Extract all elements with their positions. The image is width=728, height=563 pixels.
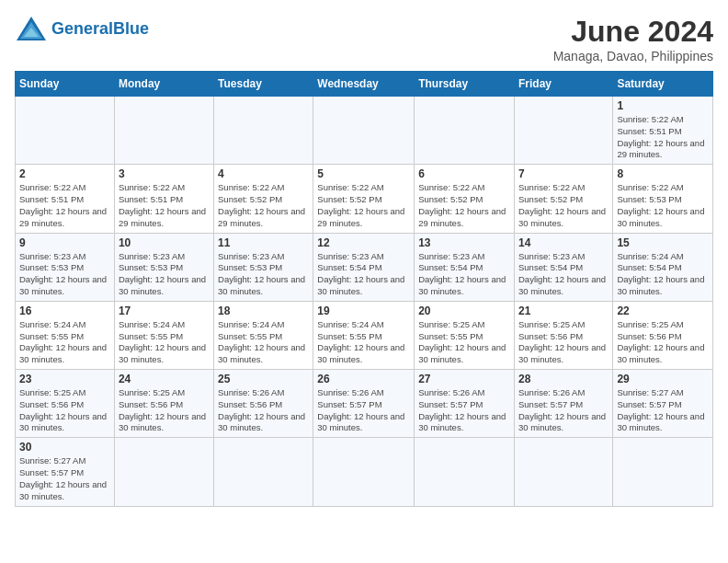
day-number: 18: [218, 304, 309, 317]
day-info: Sunrise: 5:26 AM Sunset: 5:57 PM Dayligh…: [317, 387, 410, 434]
day-number: 30: [19, 441, 110, 454]
day-number: 15: [617, 236, 709, 249]
calendar-cell: 26Sunrise: 5:26 AM Sunset: 5:57 PM Dayli…: [313, 370, 415, 438]
day-info: Sunrise: 5:22 AM Sunset: 5:52 PM Dayligh…: [317, 182, 410, 229]
day-number: 28: [518, 373, 609, 385]
location: Managa, Davao, Philippines: [553, 49, 713, 63]
calendar-cell: 4Sunrise: 5:22 AM Sunset: 5:52 PM Daylig…: [214, 165, 313, 233]
calendar-cell: 18Sunrise: 5:24 AM Sunset: 5:55 PM Dayli…: [214, 301, 313, 369]
logo: GeneralBlue: [15, 15, 149, 42]
day-number: 7: [518, 167, 609, 180]
day-number: 9: [19, 236, 110, 249]
day-info: Sunrise: 5:22 AM Sunset: 5:52 PM Dayligh…: [218, 182, 309, 229]
calendar-cell: 1Sunrise: 5:22 AM Sunset: 5:51 PM Daylig…: [613, 97, 713, 165]
day-number: 6: [418, 167, 510, 180]
day-info: Sunrise: 5:24 AM Sunset: 5:55 PM Dayligh…: [119, 319, 210, 366]
weekday-monday: Monday: [114, 72, 213, 97]
calendar-cell: 23Sunrise: 5:25 AM Sunset: 5:56 PM Dayli…: [16, 370, 115, 438]
calendar-week-1: 1Sunrise: 5:22 AM Sunset: 5:51 PM Daylig…: [16, 97, 713, 165]
calendar-body: 1Sunrise: 5:22 AM Sunset: 5:51 PM Daylig…: [16, 97, 713, 507]
title-block: June 2024 Managa, Davao, Philippines: [553, 15, 713, 63]
day-info: Sunrise: 5:25 AM Sunset: 5:56 PM Dayligh…: [617, 319, 709, 366]
calendar-cell: 5Sunrise: 5:22 AM Sunset: 5:52 PM Daylig…: [313, 165, 415, 233]
calendar-cell: 28Sunrise: 5:26 AM Sunset: 5:57 PM Dayli…: [514, 370, 612, 438]
calendar-cell: 12Sunrise: 5:23 AM Sunset: 5:54 PM Dayli…: [313, 233, 415, 301]
calendar-week-4: 16Sunrise: 5:24 AM Sunset: 5:55 PM Dayli…: [16, 301, 713, 369]
calendar-cell: [16, 97, 115, 165]
day-info: Sunrise: 5:22 AM Sunset: 5:52 PM Dayligh…: [418, 182, 510, 229]
calendar-cell: [214, 438, 313, 506]
calendar-week-6: 30Sunrise: 5:27 AM Sunset: 5:57 PM Dayli…: [16, 438, 713, 506]
day-number: 29: [617, 373, 709, 385]
day-number: 10: [119, 236, 210, 249]
day-info: Sunrise: 5:27 AM Sunset: 5:57 PM Dayligh…: [19, 455, 110, 502]
day-number: 14: [518, 236, 609, 249]
calendar-cell: 8Sunrise: 5:22 AM Sunset: 5:53 PM Daylig…: [613, 165, 713, 233]
day-number: 3: [119, 167, 210, 180]
calendar-cell: 17Sunrise: 5:24 AM Sunset: 5:55 PM Dayli…: [114, 301, 213, 369]
calendar-cell: 20Sunrise: 5:25 AM Sunset: 5:55 PM Dayli…: [415, 301, 515, 369]
day-info: Sunrise: 5:23 AM Sunset: 5:53 PM Dayligh…: [119, 251, 210, 298]
day-number: 1: [617, 99, 709, 112]
day-info: Sunrise: 5:25 AM Sunset: 5:56 PM Dayligh…: [518, 319, 609, 366]
day-number: 8: [617, 167, 709, 180]
day-number: 23: [19, 373, 110, 385]
calendar-cell: 27Sunrise: 5:26 AM Sunset: 5:57 PM Dayli…: [415, 370, 515, 438]
weekday-sunday: Sunday: [16, 72, 115, 97]
calendar-cell: [415, 438, 515, 506]
calendar-cell: 16Sunrise: 5:24 AM Sunset: 5:55 PM Dayli…: [16, 301, 115, 369]
day-number: 24: [119, 373, 210, 385]
day-number: 2: [19, 167, 110, 180]
logo-text: GeneralBlue: [51, 19, 149, 39]
calendar-week-3: 9Sunrise: 5:23 AM Sunset: 5:53 PM Daylig…: [16, 233, 713, 301]
calendar-cell: 7Sunrise: 5:22 AM Sunset: 5:52 PM Daylig…: [514, 165, 612, 233]
calendar-cell: 6Sunrise: 5:22 AM Sunset: 5:52 PM Daylig…: [415, 165, 515, 233]
day-info: Sunrise: 5:22 AM Sunset: 5:52 PM Dayligh…: [518, 182, 609, 229]
calendar-cell: [415, 97, 515, 165]
calendar-cell: 2Sunrise: 5:22 AM Sunset: 5:51 PM Daylig…: [16, 165, 115, 233]
day-number: 27: [418, 373, 510, 385]
calendar-cell: 15Sunrise: 5:24 AM Sunset: 5:54 PM Dayli…: [613, 233, 713, 301]
day-number: 11: [218, 236, 309, 249]
calendar-cell: [114, 438, 213, 506]
day-number: 4: [218, 167, 309, 180]
calendar-cell: 24Sunrise: 5:25 AM Sunset: 5:56 PM Dayli…: [114, 370, 213, 438]
day-info: Sunrise: 5:22 AM Sunset: 5:53 PM Dayligh…: [617, 182, 709, 229]
day-number: 17: [119, 304, 210, 317]
day-number: 22: [617, 304, 709, 317]
page-header: GeneralBlue June 2024 Managa, Davao, Phi…: [15, 15, 713, 63]
day-info: Sunrise: 5:24 AM Sunset: 5:55 PM Dayligh…: [317, 319, 410, 366]
day-info: Sunrise: 5:24 AM Sunset: 5:55 PM Dayligh…: [218, 319, 309, 366]
calendar-cell: 9Sunrise: 5:23 AM Sunset: 5:53 PM Daylig…: [16, 233, 115, 301]
calendar-cell: 11Sunrise: 5:23 AM Sunset: 5:53 PM Dayli…: [214, 233, 313, 301]
calendar-cell: [114, 97, 213, 165]
day-info: Sunrise: 5:26 AM Sunset: 5:57 PM Dayligh…: [518, 387, 609, 434]
day-number: 25: [218, 373, 309, 385]
day-info: Sunrise: 5:23 AM Sunset: 5:54 PM Dayligh…: [317, 251, 410, 298]
calendar-cell: 22Sunrise: 5:25 AM Sunset: 5:56 PM Dayli…: [613, 301, 713, 369]
day-info: Sunrise: 5:26 AM Sunset: 5:56 PM Dayligh…: [218, 387, 309, 434]
day-number: 5: [317, 167, 410, 180]
calendar-header: SundayMondayTuesdayWednesdayThursdayFrid…: [16, 72, 713, 97]
calendar-cell: 30Sunrise: 5:27 AM Sunset: 5:57 PM Dayli…: [16, 438, 115, 506]
month-title: June 2024: [553, 15, 713, 49]
day-info: Sunrise: 5:27 AM Sunset: 5:57 PM Dayligh…: [617, 387, 709, 434]
day-number: 21: [518, 304, 609, 317]
calendar-cell: [514, 97, 612, 165]
day-info: Sunrise: 5:23 AM Sunset: 5:53 PM Dayligh…: [19, 251, 110, 298]
weekday-wednesday: Wednesday: [313, 72, 415, 97]
calendar-cell: 14Sunrise: 5:23 AM Sunset: 5:54 PM Dayli…: [514, 233, 612, 301]
weekday-thursday: Thursday: [415, 72, 515, 97]
day-info: Sunrise: 5:22 AM Sunset: 5:51 PM Dayligh…: [19, 182, 110, 229]
day-number: 19: [317, 304, 410, 317]
day-info: Sunrise: 5:25 AM Sunset: 5:56 PM Dayligh…: [19, 387, 110, 434]
calendar-cell: 25Sunrise: 5:26 AM Sunset: 5:56 PM Dayli…: [214, 370, 313, 438]
day-info: Sunrise: 5:23 AM Sunset: 5:54 PM Dayligh…: [518, 251, 609, 298]
calendar-week-5: 23Sunrise: 5:25 AM Sunset: 5:56 PM Dayli…: [16, 370, 713, 438]
day-number: 26: [317, 373, 410, 385]
calendar-week-2: 2Sunrise: 5:22 AM Sunset: 5:51 PM Daylig…: [16, 165, 713, 233]
day-info: Sunrise: 5:22 AM Sunset: 5:51 PM Dayligh…: [119, 182, 210, 229]
weekday-tuesday: Tuesday: [214, 72, 313, 97]
day-info: Sunrise: 5:25 AM Sunset: 5:56 PM Dayligh…: [119, 387, 210, 434]
day-info: Sunrise: 5:22 AM Sunset: 5:51 PM Dayligh…: [617, 114, 709, 161]
